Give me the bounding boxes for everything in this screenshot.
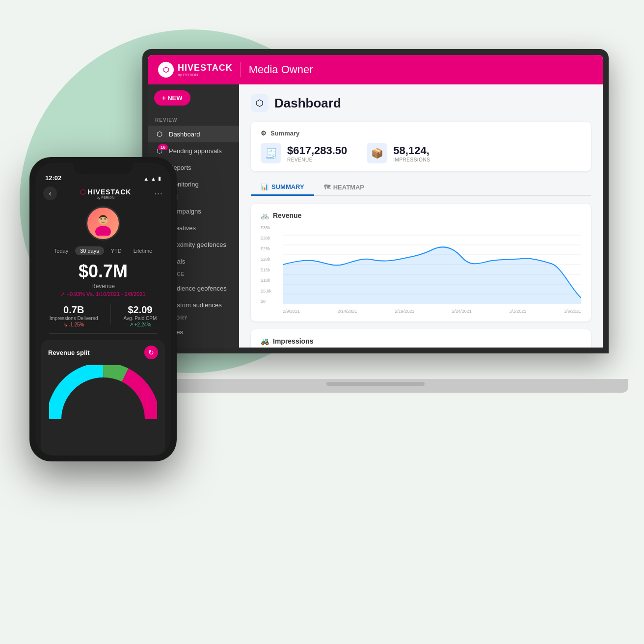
revenue-metric: 🧾 $617,283.50 REVENUE [261,143,347,163]
dashboard-title-icon: ⬡ [251,94,268,112]
impressions-chart-section: 🚜 Impressions 30m 25m [251,329,591,348]
donut-chart [48,365,158,424]
summary-metrics: 🧾 $617,283.50 REVENUE 📦 58,124, [261,143,581,163]
tab-today[interactable]: Today [49,246,73,255]
heatmap-tab-icon: 🗺 [324,184,330,191]
tab-heatmap[interactable]: 🗺 HEATMAP [314,179,374,195]
phone-stats-row: 0.7B Impressions Delivered ↘ -1.25% $2.0… [35,298,171,333]
x-label-6: 3/6/2021 [564,309,581,314]
tab-summary[interactable]: 📊 SUMMARY [251,179,314,196]
page-title-row: ⬡ Dashboard [251,94,591,112]
impressions-chart-icon: 🚜 [261,337,269,345]
impressions-metric: 📦 58,124, IMPRESSIONS [367,143,430,163]
phone-time: 12:02 [45,174,61,182]
avatar-image [91,211,115,236]
svg-point-11 [105,218,106,220]
phone-nav: ‹ ⬡ HIVESTACK by PERION ··· [35,185,171,202]
x-label-2: 2/14/2021 [338,309,357,314]
x-label-3: 2/19/2021 [395,309,414,314]
split-header: Revenue split ↻ [48,346,158,359]
laptop-device: ⬡ HIVESTACK by PERION Media Owner + NEW [142,49,609,393]
laptop-screen: ⬡ HIVESTACK by PERION Media Owner + NEW [148,55,603,348]
phone-device: 12:02 ▲ ▲ ▮ ‹ ⬡ HIVESTACK by PERION ··· [29,157,177,461]
tab-ytd[interactable]: YTD [106,246,127,255]
y-label-35k: $35k [261,225,280,230]
back-button[interactable]: ‹ [43,187,57,200]
sidebar-item-dashboard[interactable]: ⬡ Dashboard [148,126,239,142]
phone-notch [74,163,133,174]
impressions-value: 58,124, [393,144,430,157]
sidebar-item-pending[interactable]: ⬡ Pending approvals 16 [148,142,239,159]
revenue-chart-title: 🚲 Revenue [261,212,581,219]
summary-label: ⚙ Summary [261,130,581,137]
phone-cpm-value: $2.09 [124,304,157,316]
laptop-screen-outer: ⬡ HIVESTACK by PERION Media Owner + NEW [142,49,609,353]
refresh-button[interactable]: ↻ [144,346,158,359]
donut-svg [49,365,157,424]
impressions-values: 58,124, IMPRESSIONS [393,144,430,162]
y-label-10k: $10k [261,278,280,283]
logo-icon: ⬡ [158,62,174,78]
main-content: ⬡ Dashboard ⚙ Summary 🧾 [239,84,603,348]
phone-divider [49,333,158,334]
y-label-20k: $20k [261,257,280,262]
arrow-up-icon: ↗ [60,291,65,297]
y-label-25k: $25k [261,246,280,251]
phone-impressions-label: Impressions Delivered [50,316,98,321]
brand-sub: by PERION [178,73,233,77]
dashboard-icon: ⬡ [155,130,164,138]
impressions-chart-title: 🚜 Impressions [261,337,581,345]
revenue-value: $617,283.50 [287,144,347,157]
svg-point-10 [101,218,102,220]
phone-logo-icon: ⬡ [80,188,86,196]
arrow-up-icon-2: ↗ [129,322,133,327]
revenue-values: $617,283.50 REVENUE [287,144,347,162]
impressions-sub: IMPRESSIONS [393,157,430,162]
phone-revenue-change: ↗ +0.93% Vs. 1/10/2021 - 2/8/2021 [35,291,171,297]
summary-card: ⚙ Summary 🧾 $617,283.50 REVENUE [251,122,591,171]
y-label-5k: $5.0k [261,289,280,294]
phone-brand-sub: by PERION [97,196,114,199]
revenue-svg [283,225,581,304]
phone-cpm-change: ↗ +2.24% [124,322,157,327]
laptop-base-bar [326,382,425,386]
phone-revenue-section: $0.7M Revenue ↗ +0.93% Vs. 1/10/2021 - 2… [35,259,171,298]
arrow-down-icon: ↘ [63,322,67,327]
avatar-section [35,202,171,246]
header-title: Media Owner [249,63,313,76]
revenue-chart-section: 🚲 Revenue $35k $30k $25k $20k $15k [251,204,591,322]
review-section-label: REVIEW [148,115,239,126]
phone-inner: 12:02 ▲ ▲ ▮ ‹ ⬡ HIVESTACK by PERION ··· [35,163,171,456]
battery-icon: ▮ [158,175,161,182]
phone-time-tabs: Today 30 days YTD Lifetime [35,246,171,255]
revenue-split-card: Revenue split ↻ [41,340,165,456]
dashboard-tabs: 📊 SUMMARY 🗺 HEATMAP [251,179,591,196]
laptop-base [123,379,628,393]
brand-name: HIVESTACK [178,63,233,73]
signal-icon: ▲ [151,176,156,182]
phone-logo: ⬡ HIVESTACK by PERION [80,188,132,199]
y-label-30k: $30k [261,236,280,241]
header-divider [241,62,241,77]
y-label-0: $0 [261,299,280,304]
tab-lifetime[interactable]: Lifetime [129,246,158,255]
sidebar-label-audience-geo: Audience geofences [169,285,227,292]
phone-revenue-label: Revenue [35,283,171,290]
revenue-chart-container: $35k $30k $25k $20k $15k $10k $5.0k $0 [261,225,581,314]
pending-badge: 16 [158,144,168,150]
phone-cpm-stat: $2.09 Avg. Paid CPM ↗ +2.24% [124,304,157,327]
impressions-icon: 📦 [367,143,387,163]
sidebar-label-dashboard: Dashboard [169,131,200,138]
page-title: Dashboard [274,96,341,111]
phone-outer: 12:02 ▲ ▲ ▮ ‹ ⬡ HIVESTACK by PERION ··· [29,157,177,461]
sidebar-label-proximity: Proximity geofences [169,241,226,248]
x-axis: 2/9/2021 2/14/2021 2/19/2021 2/24/2021 3… [283,309,581,314]
x-label-4: 2/24/2021 [452,309,472,314]
phone-impressions-change: ↘ -1.25% [50,322,98,327]
new-button[interactable]: + NEW [154,90,190,106]
sidebar-label-pending: Pending approvals [169,147,222,155]
tab-30days[interactable]: 30 days [75,246,104,255]
more-options-button[interactable]: ··· [154,188,163,199]
wifi-icon: ▲ [143,176,149,182]
phone-impressions-stat: 0.7B Impressions Delivered ↘ -1.25% [50,304,98,327]
